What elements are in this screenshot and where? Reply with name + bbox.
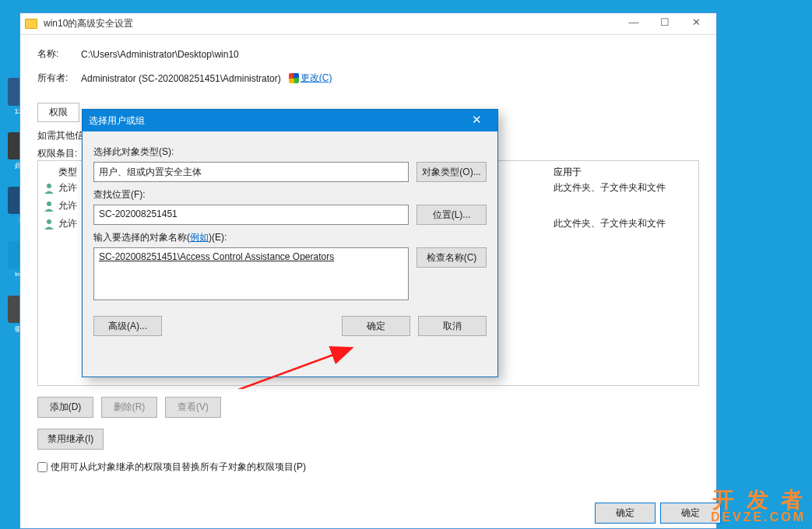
remove-button[interactable]: 删除(R) — [101, 397, 157, 418]
name-value: C:\Users\Administrator\Desktop\win10 — [81, 49, 239, 60]
user-icon — [43, 218, 55, 230]
check-names-button[interactable]: 检查名称(C) — [417, 247, 487, 268]
object-type-field[interactable]: 用户、组或内置安全主体 — [93, 162, 409, 182]
dialog-titlebar: 选择用户或组 ✕ — [83, 110, 497, 131]
window-title: win10的高级安全设置 — [44, 17, 133, 30]
svg-point-1 — [47, 201, 51, 206]
example-link[interactable]: 例如 — [190, 232, 209, 243]
advanced-button[interactable]: 高级(A)... — [93, 316, 162, 336]
object-type-label: 选择此对象类型(S): — [93, 145, 487, 159]
user-icon — [43, 182, 55, 194]
maximize-button[interactable]: ☐ — [649, 16, 680, 32]
dialog-cancel-button[interactable]: 取消 — [418, 316, 487, 336]
col-type[interactable]: 类型 — [43, 166, 82, 179]
tab-permissions[interactable]: 权限 — [37, 103, 79, 122]
titlebar: win10的高级安全设置 — ☐ ✕ — [20, 13, 716, 35]
replace-inherit-checkbox[interactable] — [37, 462, 47, 472]
close-icon[interactable]: ✕ — [462, 112, 491, 129]
location-field[interactable]: SC-202008251451 — [93, 205, 409, 225]
view-button[interactable]: 查看(V) — [165, 397, 221, 418]
owner-label: 所有者: — [37, 72, 81, 85]
owner-value: Administrator (SC-202008251451\Administr… — [81, 73, 281, 84]
dialog-ok-button[interactable]: 确定 — [342, 316, 410, 336]
location-label: 查找位置(F): — [93, 188, 487, 201]
minimize-button[interactable]: — — [618, 16, 649, 32]
name-label: 名称: — [37, 47, 81, 61]
svg-point-0 — [47, 184, 51, 188]
disable-inherit-button[interactable]: 禁用继承(I) — [37, 429, 104, 450]
object-name-label: 输入要选择的对象名称(例如)(E): — [93, 231, 487, 244]
object-name-input[interactable]: SC-202008251451\Access Control Assistanc… — [93, 247, 409, 300]
dialog-title: 选择用户或组 — [89, 114, 145, 128]
shield-icon — [289, 73, 299, 83]
folder-icon — [25, 19, 37, 29]
object-types-button[interactable]: 对象类型(O)... — [417, 162, 487, 182]
user-icon — [43, 200, 55, 212]
replace-inherit-label: 使用可从此对象继承的权限项目替换所有子对象的权限项目(P) — [51, 461, 306, 474]
select-user-group-dialog: 选择用户或组 ✕ 选择此对象类型(S): 用户、组或内置安全主体 对象类型(O)… — [82, 109, 498, 377]
col-apply[interactable]: 应用于 — [554, 166, 694, 179]
locations-button[interactable]: 位置(L)... — [417, 205, 487, 225]
ok-button[interactable]: 确定 — [595, 503, 656, 524]
close-button[interactable]: ✕ — [680, 16, 712, 32]
add-button[interactable]: 添加(D) — [37, 397, 93, 418]
watermark: 开 发 者 DEVZE.COM — [711, 489, 806, 524]
change-owner-link[interactable]: 更改(C) — [301, 72, 332, 85]
svg-point-2 — [47, 219, 51, 224]
